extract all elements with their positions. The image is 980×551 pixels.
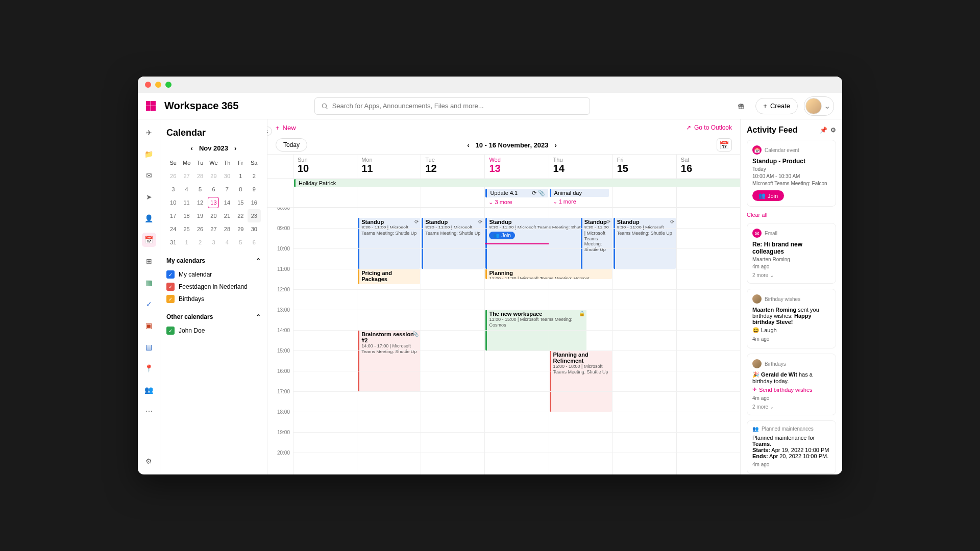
other-calendars-header[interactable]: Other calendars⌃ xyxy=(166,313,261,320)
app-logo xyxy=(146,101,156,111)
rail-excel-icon[interactable]: ▦ xyxy=(142,276,156,290)
rail-maps-icon[interactable]: 📍 xyxy=(142,361,156,375)
day-column[interactable]: ⟳ Standup8:30 - 11:00 | Microsoft Teams … xyxy=(484,208,548,474)
pin-icon[interactable]: 📌 xyxy=(820,127,827,134)
minimize-dot[interactable] xyxy=(155,82,161,88)
feed-card[interactable]: 👥Planned maintenances Planned maintenanc… xyxy=(747,420,836,474)
event[interactable]: Planning and Refinement15:00 - 18:00 | M… xyxy=(550,350,612,412)
rail-settings-icon[interactable]: ⚙ xyxy=(142,454,156,468)
create-button[interactable]: + Create xyxy=(755,98,798,114)
gift-icon[interactable] xyxy=(733,98,749,114)
window-titlebar xyxy=(138,77,842,93)
day-header: Sat16 xyxy=(676,155,740,178)
recurring-icon: ⟳ xyxy=(414,219,419,224)
plus-icon: + xyxy=(276,124,280,132)
rail-send-icon[interactable]: ➤ xyxy=(142,190,156,204)
attachment-icon: ⟳ 📎 xyxy=(532,190,545,196)
month-label: Nov 2023 xyxy=(199,144,228,152)
avatar xyxy=(752,294,762,304)
search-icon xyxy=(321,103,328,110)
next-week[interactable]: › xyxy=(555,141,557,149)
new-event-button[interactable]: +New xyxy=(276,124,296,132)
mail-icon: ✉ xyxy=(752,229,762,238)
chevron-down-icon: ⌄ xyxy=(824,101,830,111)
rail-word-icon[interactable]: ▤ xyxy=(142,340,156,354)
calendar-toggle[interactable]: ✓Birthdays xyxy=(166,293,261,305)
join-button[interactable]: 👥 Join xyxy=(752,190,784,201)
day-header: Fri15 xyxy=(612,155,676,178)
rail-more-icon[interactable]: ⋯ xyxy=(142,404,156,418)
more-events[interactable]: ⌄ 3 more xyxy=(485,198,548,207)
user-menu[interactable]: ⌄ xyxy=(804,96,834,116)
rail-apps-icon[interactable]: ⊞ xyxy=(142,254,156,268)
feed-card[interactable]: 📅Calendar event Standup - Product Today … xyxy=(747,140,836,207)
feed-card[interactable]: Birthday wishes Maarten Roming sent you … xyxy=(747,289,836,348)
allday-event[interactable]: Update 4.1⟳ 📎 xyxy=(485,189,548,197)
maximize-dot[interactable] xyxy=(165,82,172,88)
day-column[interactable]: ⟳ Standup8:30 - 11:00 | Microsoft Teams … xyxy=(549,208,612,474)
top-bar: Workspace 365 + Create ⌄ xyxy=(138,93,842,119)
external-link-icon: ↗ xyxy=(686,124,691,131)
event[interactable]: Pricing and Packages xyxy=(358,269,420,284)
date-range: 10 - 16 November, 2023 xyxy=(475,141,548,149)
feed-card[interactable]: Birthdays 🎉 Gerald de Wit has a birthday… xyxy=(747,354,836,415)
close-dot[interactable] xyxy=(145,82,151,88)
day-column[interactable]: ⟳ Standup8:30 - 11:00 | Microsoft Teams … xyxy=(357,208,421,474)
calendar-toggle[interactable]: ✓Feestdagen in Nederland xyxy=(166,281,261,293)
search-input[interactable] xyxy=(332,102,583,110)
prev-week[interactable]: ‹ xyxy=(467,141,469,149)
chevron-up-icon: ⌃ xyxy=(256,257,261,264)
feed-card[interactable]: ✉Email Re: Hi brand new colleagues Maart… xyxy=(747,223,836,284)
search-box[interactable] xyxy=(314,97,590,115)
rail-contacts-icon[interactable]: 👤 xyxy=(142,211,156,226)
expand-more[interactable]: 2 more ⌄ xyxy=(752,404,830,410)
svg-point-0 xyxy=(322,104,326,108)
rail-todo-icon[interactable]: ✓ xyxy=(142,297,156,311)
event[interactable]: ⟳ Standup8:30 - 11:00 | Microsoft Teams … xyxy=(358,218,420,269)
event[interactable]: 📎 Brainstorm session #214:00 - 17:00 | M… xyxy=(358,330,420,391)
next-month[interactable]: › xyxy=(234,144,236,152)
activity-feed: Activity Feed 📌 ⚙ 📅Calendar event Standu… xyxy=(740,119,842,474)
rail-files-icon[interactable]: 📁 xyxy=(142,147,156,161)
rail-teams-icon[interactable]: 👥 xyxy=(142,383,156,397)
send-wishes-link[interactable]: ✈ Send birthday wishes xyxy=(752,386,830,393)
day-header: Sun10 xyxy=(293,155,357,178)
calendar-toggle[interactable]: ✓My calendar xyxy=(166,268,261,281)
allday-event[interactable]: Holiday Patrick xyxy=(294,179,740,187)
svg-line-1 xyxy=(326,107,327,109)
open-outlook-link[interactable]: ↗Go to Outlook xyxy=(686,124,732,131)
event[interactable]: ⟳ Standup8:30 - 11:00 | Microsoft Teams … xyxy=(614,218,676,269)
mini-calendar[interactable]: SuMoTuWeThFrSa 262728293012 3456789 1011… xyxy=(166,156,261,249)
day-header-today: Wed13 xyxy=(484,155,548,178)
event[interactable]: ⟳ Standup8:30 - 11:00 | Microsoft Teams … xyxy=(581,218,612,269)
expand-more[interactable]: 2 more ⌄ xyxy=(752,272,830,278)
day-column[interactable]: ⟳ Standup8:30 - 11:00 | Microsoft Teams … xyxy=(612,208,676,474)
rail-calendar-icon[interactable]: 📅 xyxy=(142,233,156,247)
day-column[interactable] xyxy=(676,208,740,474)
clear-all-link[interactable]: Clear all xyxy=(747,212,836,218)
calendar-toggle[interactable]: ✓John Doe xyxy=(166,324,261,337)
today-button[interactable]: Today xyxy=(276,138,307,152)
day-column[interactable] xyxy=(293,208,357,474)
allday-event[interactable]: Animal day xyxy=(550,189,609,197)
my-calendars-header[interactable]: My calendars⌃ xyxy=(166,257,261,264)
allday-cell[interactable]: Holiday Patrick xyxy=(293,179,357,207)
more-events[interactable]: ⌄ 1 more xyxy=(550,197,612,206)
day-column[interactable]: ⟳ Standup8:30 - 11:00 | Microsoft Teams … xyxy=(421,208,484,474)
rail-mail-icon[interactable]: ✉ xyxy=(142,168,156,183)
calendar-sidebar: Calendar ‹ Nov 2023 › SuMoTuWeThFrSa 262… xyxy=(160,119,267,474)
sidebar-title: Calendar xyxy=(166,128,261,138)
rail-ppt-icon[interactable]: ▣ xyxy=(142,318,156,333)
rail-nav-icon[interactable]: ✈ xyxy=(142,126,156,140)
view-switcher[interactable]: 📅 xyxy=(717,138,732,152)
day-header: Tue12 xyxy=(421,155,484,178)
gear-icon[interactable]: ⚙ xyxy=(830,127,836,134)
recurring-icon: ⟳ xyxy=(670,219,674,224)
user-avatar xyxy=(805,98,822,114)
feed-title: Activity Feed xyxy=(747,126,798,135)
calendar-icon: 📅 xyxy=(752,145,762,155)
prev-month[interactable]: ‹ xyxy=(191,144,193,152)
join-button[interactable]: 👥 Join xyxy=(489,232,514,239)
chevron-up-icon: ⌃ xyxy=(256,313,261,320)
event[interactable]: ⟳ Standup8:30 - 11:00 | Microsoft Teams … xyxy=(422,218,484,269)
